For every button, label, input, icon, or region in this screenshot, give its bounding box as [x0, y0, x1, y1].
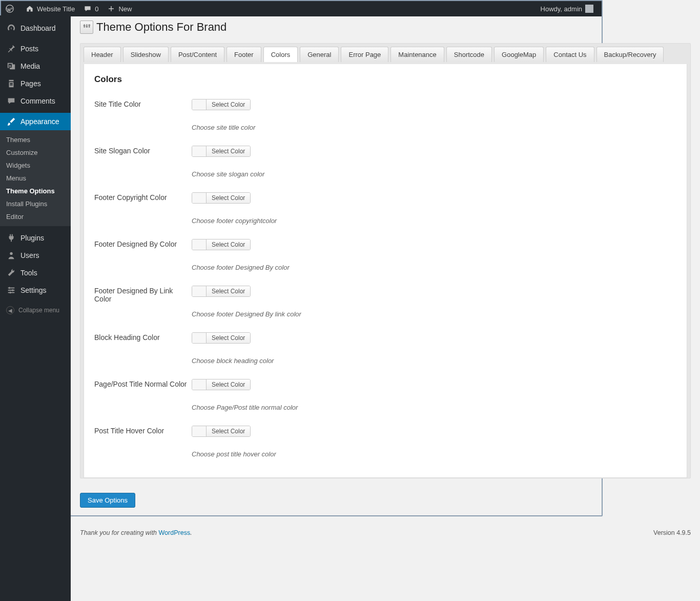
option-row: Footer Designed By Link ColorSelect Colo… — [94, 281, 603, 327]
submenu-item-install-plugins[interactable]: Install Plugins — [0, 197, 71, 210]
sidebar-item-appearance[interactable]: Appearance — [0, 113, 71, 130]
sidebar-item-media[interactable]: Media — [0, 57, 71, 75]
save-button[interactable]: Save Options — [80, 493, 135, 508]
tab-colors[interactable]: Colors — [263, 47, 298, 62]
color-swatch — [192, 239, 207, 250]
sidebar-item-comments[interactable]: Comments — [0, 92, 71, 110]
tab-header[interactable]: Header — [84, 47, 121, 62]
sidebar-item-label: Pages — [20, 79, 41, 88]
svg-rect-4 — [8, 292, 15, 293]
option-row: Footer Designed By ColorSelect ColorChoo… — [94, 234, 603, 281]
submenu-item-theme-options[interactable]: Theme Options — [0, 185, 71, 197]
sidebar-item-label: Users — [20, 251, 39, 259]
select-color-button[interactable]: Select Color — [207, 99, 250, 110]
new-link[interactable]: New — [102, 1, 136, 16]
plug-icon — [6, 233, 16, 243]
select-color-button[interactable]: Select Color — [207, 426, 250, 436]
submenu-item-themes[interactable]: Themes — [0, 133, 71, 146]
option-label: Footer Designed By Color — [94, 239, 192, 248]
tab-slideshow[interactable]: Slideshow — [123, 47, 169, 62]
admin-sidebar: DashboardPostsMediaPagesCommentsAppearan… — [0, 15, 71, 516]
color-swatch — [192, 379, 207, 390]
svg-rect-12 — [86, 26, 88, 27]
account-link[interactable]: Howdy, admin — [537, 1, 598, 16]
option-desc: Choose footer copyrightcolor — [192, 217, 603, 225]
svg-rect-5 — [9, 287, 10, 289]
option-label: Block Heading Color — [94, 332, 192, 342]
tab-footer[interactable]: Footer — [227, 47, 261, 62]
site-title-link[interactable]: Website Title — [21, 1, 79, 16]
howdy-text: Howdy, admin — [541, 5, 582, 13]
new-label: New — [118, 5, 132, 13]
tab-contact-us[interactable]: Contact Us — [546, 47, 594, 62]
color-picker[interactable]: Select Color — [192, 146, 251, 157]
select-color-button[interactable]: Select Color — [207, 286, 250, 296]
comment-icon — [6, 96, 16, 106]
sidebar-item-tools[interactable]: Tools — [0, 264, 71, 282]
settings-icon — [6, 285, 16, 295]
option-label: Page/Post Title Normal Color — [94, 379, 192, 388]
admin-bar: Website Title 0 New Howdy, admin — [1, 1, 602, 16]
color-picker[interactable]: Select Color — [192, 379, 251, 390]
color-picker[interactable]: Select Color — [192, 99, 251, 110]
select-color-button[interactable]: Select Color — [207, 239, 250, 250]
comments-link[interactable]: 0 — [79, 1, 102, 16]
tab-post-content[interactable]: Post/Content — [171, 47, 224, 62]
collapse-menu[interactable]: ◀ Collapse menu — [0, 301, 71, 319]
color-picker[interactable]: Select Color — [192, 286, 251, 297]
color-picker[interactable]: Select Color — [192, 192, 251, 204]
tab-maintenance[interactable]: Maintenance — [390, 47, 444, 62]
submenu-item-editor[interactable]: Editor — [0, 210, 71, 223]
sidebar-item-pages[interactable]: Pages — [0, 75, 71, 92]
color-picker[interactable]: Select Color — [192, 332, 251, 344]
main-content: Theme Options For Brand HeaderSlideshowP… — [71, 15, 603, 516]
svg-point-1 — [10, 252, 12, 255]
option-row: Site Slogan ColorSelect ColorChoose site… — [94, 141, 603, 187]
tab-shortcode[interactable]: Shortcode — [446, 47, 492, 62]
option-label: Site Slogan Color — [94, 146, 192, 155]
select-color-button[interactable]: Select Color — [207, 193, 250, 203]
option-label: Footer Designed By Link Color — [94, 286, 192, 303]
color-picker[interactable]: Select Color — [192, 426, 251, 437]
option-row: Footer Copyright ColorSelect ColorChoose… — [94, 187, 603, 234]
sidebar-item-settings[interactable]: Settings — [0, 282, 71, 299]
page-title: Theme Options For Brand — [80, 21, 603, 34]
svg-rect-6 — [12, 289, 13, 291]
tab-error-page[interactable]: Error Page — [341, 47, 388, 62]
submenu-item-customize[interactable]: Customize — [0, 146, 71, 159]
sidebar-item-dashboard[interactable]: Dashboard — [0, 19, 71, 37]
color-picker[interactable]: Select Color — [192, 239, 251, 250]
submenu: ThemesCustomizeWidgetsMenusTheme Options… — [0, 130, 71, 226]
sidebar-item-label: Settings — [20, 286, 47, 294]
tab-googlemap[interactable]: GoogleMap — [494, 47, 544, 62]
wp-logo[interactable] — [1, 1, 21, 16]
user-icon — [6, 250, 16, 261]
tab-backup-recovery[interactable]: Backup/Recovery — [596, 47, 603, 62]
section-title: Colors — [94, 74, 603, 85]
brush-icon — [6, 116, 16, 127]
sidebar-item-posts[interactable]: Posts — [0, 40, 71, 57]
collapse-label: Collapse menu — [18, 307, 59, 314]
sidebar-item-users[interactable]: Users — [0, 247, 71, 264]
select-color-button[interactable]: Select Color — [207, 333, 250, 343]
option-label: Site Title Color — [94, 99, 192, 108]
sidebar-item-plugins[interactable]: Plugins — [0, 229, 71, 247]
sidebar-item-label: Tools — [20, 269, 37, 277]
option-desc: Choose block heading color — [192, 357, 603, 365]
option-row: Page/Post Title Normal ColorSelect Color… — [94, 374, 603, 420]
sidebar-item-label: Posts — [20, 45, 38, 53]
svg-rect-13 — [88, 25, 90, 26]
dash-icon — [6, 23, 16, 33]
select-color-button[interactable]: Select Color — [207, 146, 250, 156]
color-swatch — [192, 426, 207, 436]
color-swatch — [192, 193, 207, 203]
submenu-item-menus[interactable]: Menus — [0, 172, 71, 185]
pin-icon — [6, 44, 16, 54]
color-swatch — [192, 333, 207, 343]
tab-general[interactable]: General — [300, 47, 339, 62]
svg-rect-7 — [10, 292, 11, 294]
select-color-button[interactable]: Select Color — [207, 379, 250, 390]
submenu-item-widgets[interactable]: Widgets — [0, 159, 71, 172]
home-icon — [25, 4, 34, 13]
color-swatch — [192, 99, 207, 110]
